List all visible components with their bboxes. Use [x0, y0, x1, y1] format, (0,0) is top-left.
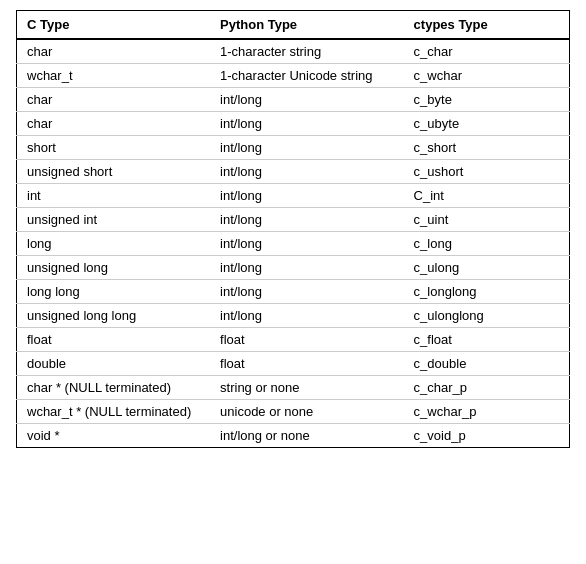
- cell-row6-col1: int/long: [210, 184, 404, 208]
- cell-row9-col1: int/long: [210, 256, 404, 280]
- cell-row0-col1: 1-character string: [210, 39, 404, 64]
- cell-row16-col2: c_void_p: [404, 424, 570, 448]
- cell-row5-col2: c_ushort: [404, 160, 570, 184]
- cell-row8-col0: long: [17, 232, 211, 256]
- cell-row14-col1: string or none: [210, 376, 404, 400]
- cell-row1-col1: 1-character Unicode string: [210, 64, 404, 88]
- cell-row9-col2: c_ulong: [404, 256, 570, 280]
- cell-row16-col0: void *: [17, 424, 211, 448]
- cell-row3-col1: int/long: [210, 112, 404, 136]
- cell-row8-col2: c_long: [404, 232, 570, 256]
- cell-row13-col0: double: [17, 352, 211, 376]
- cell-row1-col2: c_wchar: [404, 64, 570, 88]
- table-row: longint/longc_long: [17, 232, 570, 256]
- cell-row7-col2: c_uint: [404, 208, 570, 232]
- header-ctypes-type: ctypes Type: [404, 11, 570, 40]
- cell-row3-col2: c_ubyte: [404, 112, 570, 136]
- table-row: charint/longc_ubyte: [17, 112, 570, 136]
- table-row: char * (NULL terminated)string or nonec_…: [17, 376, 570, 400]
- cell-row0-col0: char: [17, 39, 211, 64]
- cell-row2-col1: int/long: [210, 88, 404, 112]
- table-row: wchar_t1-character Unicode stringc_wchar: [17, 64, 570, 88]
- table-row: floatfloatc_float: [17, 328, 570, 352]
- cell-row7-col0: unsigned int: [17, 208, 211, 232]
- table-row: charint/longc_byte: [17, 88, 570, 112]
- cell-row4-col0: short: [17, 136, 211, 160]
- cell-row13-col1: float: [210, 352, 404, 376]
- cell-row1-col0: wchar_t: [17, 64, 211, 88]
- cell-row15-col1: unicode or none: [210, 400, 404, 424]
- cell-row13-col2: c_double: [404, 352, 570, 376]
- cell-row12-col2: c_float: [404, 328, 570, 352]
- cell-row5-col1: int/long: [210, 160, 404, 184]
- table-header-row: C Type Python Type ctypes Type: [17, 11, 570, 40]
- header-python-type: Python Type: [210, 11, 404, 40]
- table-row: wchar_t * (NULL terminated)unicode or no…: [17, 400, 570, 424]
- cell-row0-col2: c_char: [404, 39, 570, 64]
- cell-row9-col0: unsigned long: [17, 256, 211, 280]
- cell-row16-col1: int/long or none: [210, 424, 404, 448]
- table-row: unsigned shortint/longc_ushort: [17, 160, 570, 184]
- cell-row4-col1: int/long: [210, 136, 404, 160]
- cell-row11-col0: unsigned long long: [17, 304, 211, 328]
- cell-row15-col2: c_wchar_p: [404, 400, 570, 424]
- cell-row2-col2: c_byte: [404, 88, 570, 112]
- cell-row3-col0: char: [17, 112, 211, 136]
- table-row: char1-character stringc_char: [17, 39, 570, 64]
- table-row: long longint/longc_longlong: [17, 280, 570, 304]
- table-row: intint/longC_int: [17, 184, 570, 208]
- cell-row12-col1: float: [210, 328, 404, 352]
- cell-row2-col0: char: [17, 88, 211, 112]
- cell-row8-col1: int/long: [210, 232, 404, 256]
- table-row: shortint/longc_short: [17, 136, 570, 160]
- cell-row10-col2: c_longlong: [404, 280, 570, 304]
- cell-row5-col0: unsigned short: [17, 160, 211, 184]
- cell-row10-col0: long long: [17, 280, 211, 304]
- table-row: unsigned long longint/longc_ulonglong: [17, 304, 570, 328]
- ctypes-table: C Type Python Type ctypes Type char1-cha…: [16, 10, 570, 448]
- cell-row15-col0: wchar_t * (NULL terminated): [17, 400, 211, 424]
- table-row: doublefloatc_double: [17, 352, 570, 376]
- cell-row12-col0: float: [17, 328, 211, 352]
- cell-row7-col1: int/long: [210, 208, 404, 232]
- cell-row14-col2: c_char_p: [404, 376, 570, 400]
- table-row: void *int/long or nonec_void_p: [17, 424, 570, 448]
- header-c-type: C Type: [17, 11, 211, 40]
- table-row: unsigned intint/longc_uint: [17, 208, 570, 232]
- cell-row4-col2: c_short: [404, 136, 570, 160]
- cell-row6-col2: C_int: [404, 184, 570, 208]
- cell-row11-col2: c_ulonglong: [404, 304, 570, 328]
- cell-row6-col0: int: [17, 184, 211, 208]
- cell-row14-col0: char * (NULL terminated): [17, 376, 211, 400]
- cell-row10-col1: int/long: [210, 280, 404, 304]
- cell-row11-col1: int/long: [210, 304, 404, 328]
- table-row: unsigned longint/longc_ulong: [17, 256, 570, 280]
